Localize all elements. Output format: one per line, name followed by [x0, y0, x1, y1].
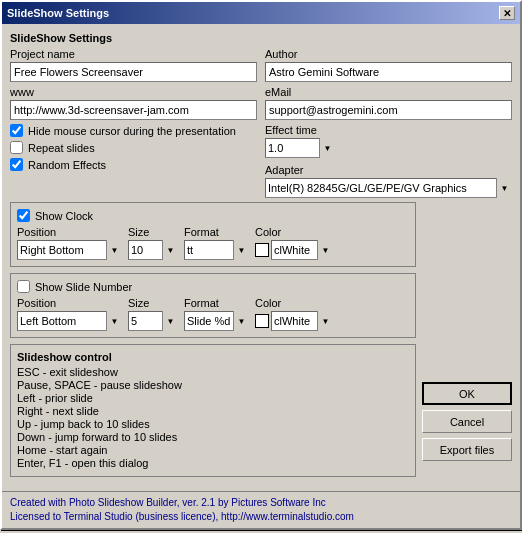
- project-right: Author: [265, 48, 512, 82]
- repeat-slides-label: Repeat slides: [28, 142, 95, 154]
- www-input[interactable]: [10, 100, 257, 120]
- clock-format-group: Format tt ▼: [184, 226, 249, 260]
- content-area: SlideShow Settings Project name Author w…: [2, 24, 520, 491]
- slide-color-label: Color: [255, 297, 333, 309]
- adapter-select[interactable]: Intel(R) 82845G/GL/GE/PE/GV Graphics: [265, 178, 512, 198]
- clock-color-group: Color clWhite ▼: [255, 226, 333, 260]
- adapter-select-wrapper: Intel(R) 82845G/GL/GE/PE/GV Graphics ▼: [265, 178, 512, 198]
- project-name-label: Project name: [10, 48, 257, 60]
- control-line-6: Down - jump forward to 10 slides: [17, 431, 409, 443]
- control-line-2: Pause, SPACE - pause slideshow: [17, 379, 409, 391]
- clock-format-label: Format: [184, 226, 249, 238]
- show-slide-number-checkbox[interactable]: [17, 280, 30, 293]
- show-clock-row: Show Clock: [17, 209, 409, 222]
- control-line-7: Home - start again: [17, 444, 409, 456]
- hide-cursor-label: Hide mouse cursor during the presentatio…: [28, 125, 236, 137]
- effect-time-select[interactable]: 1.0: [265, 138, 335, 158]
- project-left: Project name: [10, 48, 257, 82]
- random-effects-checkbox[interactable]: [10, 158, 23, 171]
- hide-cursor-checkbox[interactable]: [10, 124, 23, 137]
- slide-color-wrapper: clWhite ▼: [255, 311, 333, 331]
- clock-color-select-wrapper: clWhite ▼: [271, 240, 333, 260]
- slide-color-group: Color clWhite ▼: [255, 297, 333, 331]
- clock-position-label: Position: [17, 226, 122, 238]
- clock-color-box: [255, 243, 269, 257]
- clock-format-select-wrapper: tt ▼: [184, 240, 249, 260]
- settings-top-label: SlideShow Settings: [10, 32, 512, 44]
- export-files-button[interactable]: Export files: [422, 438, 512, 461]
- www-right: eMail: [265, 86, 512, 120]
- project-name-input[interactable]: [10, 62, 257, 82]
- close-button[interactable]: ✕: [499, 6, 515, 20]
- slide-size-select[interactable]: 5: [128, 311, 178, 331]
- clock-color-select[interactable]: clWhite: [271, 240, 333, 260]
- title-bar: SlideShow Settings ✕: [2, 2, 520, 24]
- www-label: www: [10, 86, 257, 98]
- slide-format-group: Format Slide %d of %d ▼: [184, 297, 249, 331]
- slide-format-label: Format: [184, 297, 249, 309]
- clock-size-select[interactable]: 10: [128, 240, 178, 260]
- random-effects-row: Random Effects: [10, 158, 257, 171]
- slide-position-select-wrapper: Left Bottom ▼: [17, 311, 122, 331]
- slide-num-fields-row: Position Left Bottom ▼ Size: [17, 297, 409, 331]
- show-slide-number-row: Show Slide Number: [17, 280, 409, 293]
- show-clock-label: Show Clock: [35, 210, 93, 222]
- slide-color-select-wrapper: clWhite ▼: [271, 311, 333, 331]
- control-title: Slideshow control: [17, 351, 409, 363]
- clock-fields-row: Position Right Bottom Left Bottom ▼ Size: [17, 226, 409, 260]
- slide-size-select-wrapper: 5 ▼: [128, 311, 178, 331]
- control-line-8: Enter, F1 - open this dialog: [17, 457, 409, 469]
- slide-format-select-wrapper: Slide %d of %d ▼: [184, 311, 249, 331]
- footer-line2: Licensed to Terminal Studio (business li…: [10, 510, 512, 524]
- clock-position-group: Position Right Bottom Left Bottom ▼: [17, 226, 122, 260]
- author-input[interactable]: [265, 62, 512, 82]
- effect-adapter-col: Effect time 1.0 ▼ Adapter Intel(R) 82845…: [265, 124, 512, 198]
- repeat-slides-checkbox[interactable]: [10, 141, 23, 154]
- control-line-4: Right - next slide: [17, 405, 409, 417]
- clock-size-group: Size 10 ▼: [128, 226, 178, 260]
- project-row: Project name Author: [10, 48, 512, 82]
- ok-button[interactable]: OK: [422, 382, 512, 405]
- main-body: Show Clock Position Right Bottom Left Bo…: [10, 202, 512, 483]
- slide-number-section: Show Slide Number Position Left Bottom ▼: [10, 273, 416, 338]
- options-row: Hide mouse cursor during the presentatio…: [10, 124, 512, 198]
- slide-color-box: [255, 314, 269, 328]
- cancel-button[interactable]: Cancel: [422, 410, 512, 433]
- footer: Created with Photo Slideshow Builder, ve…: [2, 491, 520, 528]
- main-window: SlideShow Settings ✕ SlideShow Settings …: [0, 0, 522, 530]
- slide-size-label: Size: [128, 297, 178, 309]
- show-clock-checkbox[interactable]: [17, 209, 30, 222]
- adapter-label: Adapter: [265, 164, 512, 176]
- right-panel: OK Cancel Export files: [422, 202, 512, 483]
- author-label: Author: [265, 48, 512, 60]
- slide-position-select[interactable]: Left Bottom: [17, 311, 122, 331]
- repeat-slides-row: Repeat slides: [10, 141, 257, 154]
- effect-time-wrapper: 1.0 ▼: [265, 138, 512, 158]
- slide-position-group: Position Left Bottom ▼: [17, 297, 122, 331]
- clock-position-select-wrapper: Right Bottom Left Bottom ▼: [17, 240, 122, 260]
- control-line-5: Up - jump back to 10 slides: [17, 418, 409, 430]
- www-row: www eMail: [10, 86, 512, 120]
- clock-section: Show Clock Position Right Bottom Left Bo…: [10, 202, 416, 267]
- control-section: Slideshow control ESC - exit slideshow P…: [10, 344, 416, 477]
- random-effects-label: Random Effects: [28, 159, 106, 171]
- window-title: SlideShow Settings: [7, 7, 109, 19]
- effect-time-select-wrapper: 1.0 ▼: [265, 138, 335, 158]
- clock-position-select[interactable]: Right Bottom Left Bottom: [17, 240, 122, 260]
- clock-size-select-wrapper: 10 ▼: [128, 240, 178, 260]
- email-input[interactable]: [265, 100, 512, 120]
- effect-time-label: Effect time: [265, 124, 512, 136]
- slide-format-select[interactable]: Slide %d of %d: [184, 311, 249, 331]
- hide-cursor-row: Hide mouse cursor during the presentatio…: [10, 124, 257, 137]
- slide-position-label: Position: [17, 297, 122, 309]
- clock-format-select[interactable]: tt: [184, 240, 249, 260]
- clock-color-wrapper: clWhite ▼: [255, 240, 333, 260]
- footer-line1: Created with Photo Slideshow Builder, ve…: [10, 496, 512, 510]
- control-line-3: Left - prior slide: [17, 392, 409, 404]
- slide-color-select[interactable]: clWhite: [271, 311, 333, 331]
- checkboxes-col: Hide mouse cursor during the presentatio…: [10, 124, 257, 175]
- clock-size-label: Size: [128, 226, 178, 238]
- www-left: www: [10, 86, 257, 120]
- left-panel: Show Clock Position Right Bottom Left Bo…: [10, 202, 416, 483]
- email-label: eMail: [265, 86, 512, 98]
